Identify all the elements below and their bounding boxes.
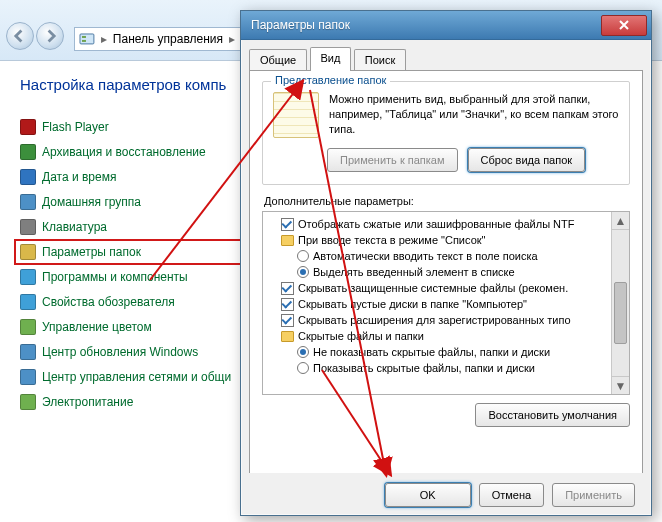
checkbox-icon[interactable] — [281, 314, 294, 327]
cp-item[interactable]: Дата и время — [20, 169, 260, 185]
cp-item-icon — [20, 194, 36, 210]
cp-item[interactable]: Параметры папок — [14, 239, 266, 265]
cp-item-icon — [20, 144, 36, 160]
checkbox-icon[interactable] — [281, 282, 294, 295]
cp-item-icon — [20, 369, 36, 385]
group-folder-view: Представление папок Можно применить вид,… — [262, 81, 630, 185]
tree-item: Скрывать расширения для зарегистрированн… — [267, 312, 627, 328]
checkbox-icon[interactable] — [281, 218, 294, 231]
address-bar[interactable]: ▸ Панель управления ▸ — [74, 27, 242, 51]
folder-icon — [281, 331, 294, 342]
cp-item-icon — [20, 294, 36, 310]
tree-item: Скрывать защищенные системные файлы (рек… — [267, 280, 627, 296]
nav-forward-button[interactable] — [36, 22, 64, 50]
cp-item[interactable]: Домашняя группа — [20, 194, 260, 210]
cp-item[interactable]: Архивация и восстановление — [20, 144, 260, 160]
cp-item-label: Архивация и восстановление — [42, 145, 206, 159]
cp-item-label: Клавиатура — [42, 220, 107, 234]
folder-view-icon — [273, 92, 319, 138]
radio-icon[interactable] — [297, 346, 309, 358]
tree-item: При вводе текста в режиме "Список" — [267, 232, 627, 248]
radio-icon[interactable] — [297, 250, 309, 262]
tab-search[interactable]: Поиск — [354, 49, 406, 71]
restore-defaults-button[interactable]: Восстановить умолчания — [475, 403, 630, 427]
group-title: Представление папок — [271, 74, 390, 86]
tree-item: Не показывать скрытые файлы, папки и дис… — [267, 344, 627, 360]
cp-item[interactable]: Клавиатура — [20, 219, 260, 235]
tab-general[interactable]: Общие — [249, 49, 307, 71]
advanced-settings-list[interactable]: Отображать сжатые или зашифрованные файл… — [262, 211, 630, 395]
apply-to-folders-button[interactable]: Применить к папкам — [327, 148, 458, 172]
breadcrumb-sep-icon: ▸ — [99, 32, 109, 46]
cp-item[interactable]: Свойства обозревателя — [20, 294, 260, 310]
tree-item: Скрытые файлы и папки — [267, 328, 627, 344]
tree-item: Автоматически вводить текст в поле поиск… — [267, 248, 627, 264]
cp-item-label: Дата и время — [42, 170, 116, 184]
cp-item[interactable]: Flash Player — [20, 119, 260, 135]
cp-item-icon — [20, 344, 36, 360]
cp-item-icon — [20, 119, 36, 135]
folder-options-dialog: Параметры папок Общие Вид Поиск Представ… — [240, 10, 652, 516]
cp-item[interactable]: Электропитание — [20, 394, 260, 410]
dialog-title: Параметры папок — [251, 18, 601, 32]
cp-item-icon — [20, 269, 36, 285]
cp-item-icon — [20, 219, 36, 235]
control-panel-list: Flash PlayerАрхивация и восстановлениеДа… — [20, 119, 260, 410]
cp-item-icon — [20, 394, 36, 410]
cp-item-icon — [20, 319, 36, 335]
cp-item-label: Электропитание — [42, 395, 133, 409]
checkbox-icon[interactable] — [281, 298, 294, 311]
cp-item-label: Управление цветом — [42, 320, 152, 334]
arrow-left-icon — [13, 29, 27, 43]
ok-button[interactable]: OK — [385, 483, 471, 507]
svg-rect-2 — [82, 40, 86, 42]
breadcrumb-item[interactable]: Панель управления — [113, 32, 223, 46]
dialog-titlebar[interactable]: Параметры папок — [241, 11, 651, 40]
tree-item: Скрывать пустые диски в папке "Компьютер… — [267, 296, 627, 312]
svg-rect-0 — [80, 34, 94, 44]
scroll-up-icon[interactable]: ▲ — [612, 212, 629, 230]
cp-item-label: Центр обновления Windows — [42, 345, 198, 359]
tabs: Общие Вид Поиск — [249, 47, 643, 70]
cancel-button[interactable]: Отмена — [479, 483, 544, 507]
cp-item-label: Программы и компоненты — [42, 270, 188, 284]
cp-item-label: Центр управления сетями и общи — [42, 370, 231, 384]
apply-button[interactable]: Применить — [552, 483, 635, 507]
nav-back-button[interactable] — [6, 22, 34, 50]
cp-item-label: Домашняя группа — [42, 195, 141, 209]
close-icon — [619, 20, 629, 30]
tree-item: Показывать скрытые файлы, папки и диски — [267, 360, 627, 376]
cp-item-label: Flash Player — [42, 120, 109, 134]
folder-view-desc: Можно применить вид, выбранный для этой … — [329, 92, 619, 138]
scroll-thumb[interactable] — [614, 282, 627, 344]
reset-folders-button[interactable]: Сброс вида папок — [468, 148, 586, 172]
cp-item[interactable]: Управление цветом — [20, 319, 260, 335]
arrow-right-icon — [43, 29, 57, 43]
cp-item-icon — [20, 169, 36, 185]
scroll-down-icon[interactable]: ▼ — [612, 376, 629, 394]
dialog-buttons: OK Отмена Применить — [249, 473, 643, 507]
page-title: Настройка параметров компь — [20, 76, 260, 93]
breadcrumb-sep-icon: ▸ — [227, 32, 237, 46]
tab-view[interactable]: Вид — [310, 47, 352, 71]
radio-icon[interactable] — [297, 362, 309, 374]
scrollbar[interactable]: ▲ ▼ — [611, 212, 629, 394]
tree-item: Отображать сжатые или зашифрованные файл… — [267, 216, 627, 232]
control-panel-body: Настройка параметров компь Flash PlayerА… — [0, 60, 260, 522]
folder-icon — [281, 235, 294, 246]
cp-item[interactable]: Центр управления сетями и общи — [20, 369, 260, 385]
radio-icon[interactable] — [297, 266, 309, 278]
cp-item-label: Свойства обозревателя — [42, 295, 175, 309]
close-button[interactable] — [601, 15, 647, 36]
advanced-label: Дополнительные параметры: — [264, 195, 630, 207]
control-panel-icon — [79, 31, 95, 47]
cp-item[interactable]: Программы и компоненты — [20, 269, 260, 285]
cp-item[interactable]: Центр обновления Windows — [20, 344, 260, 360]
svg-rect-1 — [82, 36, 86, 38]
cp-item-icon — [20, 244, 36, 260]
cp-item-label: Параметры папок — [42, 245, 141, 259]
tree-item: Выделять введенный элемент в списке — [267, 264, 627, 280]
tab-panel-view: Представление папок Можно применить вид,… — [249, 70, 643, 507]
